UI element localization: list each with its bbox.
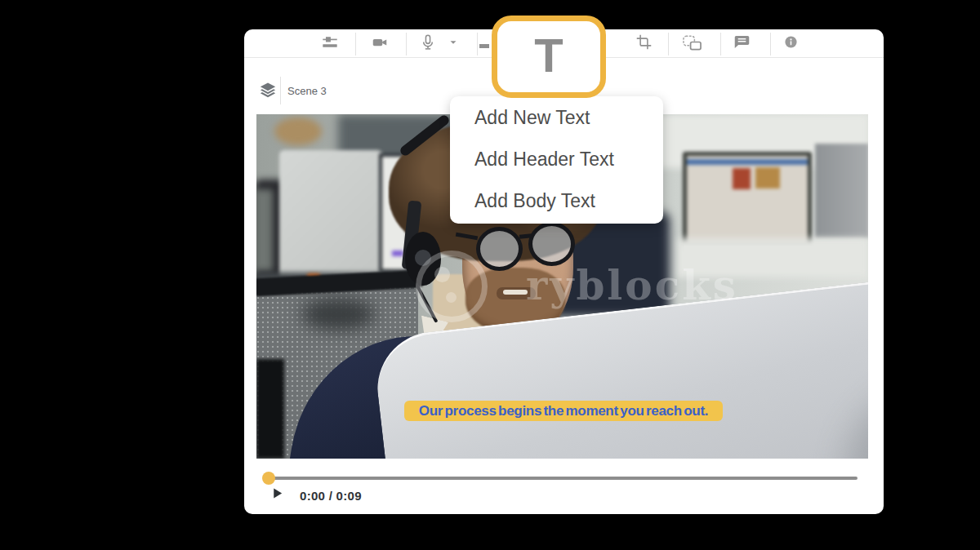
occluded-text-icon-fragment [479, 44, 489, 48]
scene-right-monitor-bluebar [687, 159, 808, 165]
glasses-right-lens [528, 222, 575, 266]
crop-icon [635, 33, 653, 54]
transform-icon [682, 33, 702, 55]
progress-dot[interactable] [262, 472, 275, 485]
scene-silver-monitor-shadow [838, 373, 868, 459]
toolbar-divider [720, 33, 721, 55]
scene-imac-back [279, 150, 382, 281]
toolbar-divider [477, 33, 478, 55]
progress-bar[interactable] [269, 477, 858, 480]
comment-button[interactable] [724, 29, 760, 58]
glasses-left-lens [476, 227, 523, 271]
scene-chair-shading [301, 298, 375, 330]
watermark-logo-icon [416, 251, 488, 322]
toolbar-divider [406, 33, 407, 55]
caption-text: Our process begins the moment you reach … [419, 403, 708, 419]
editor-panel: T Scene 3 [244, 29, 884, 514]
toolbar: T [244, 29, 884, 58]
caption-text-element[interactable]: Our process begins the moment you reach … [404, 401, 723, 421]
toolbar-divider [668, 33, 669, 55]
scene-left-monitor-blob [256, 189, 273, 271]
layers-icon [259, 81, 277, 102]
desktop-background: { "window": { "background": "#000000", "… [0, 0, 980, 550]
watermark-text: ryblocks [526, 261, 738, 310]
toolbar-divider [355, 33, 356, 55]
scene-chair-side-frame [256, 359, 284, 459]
layers-button[interactable] [257, 81, 278, 102]
text-tool-dropdown-menu: Add New Text Add Header Text Add Body Te… [450, 96, 663, 224]
text-tool-icon: T [534, 32, 563, 79]
mixer-button[interactable] [312, 29, 348, 58]
info-icon [784, 35, 798, 52]
scene-divider [280, 77, 281, 104]
scene-right-monitor-thumbnail [755, 167, 780, 189]
menu-item-add-header-text[interactable]: Add Header Text [450, 139, 663, 180]
camera-icon [371, 33, 389, 55]
mic-icon [419, 33, 437, 55]
comment-icon [733, 33, 751, 54]
time-display: 0:00 / 0:09 [300, 489, 362, 503]
man-teeth [503, 290, 528, 295]
menu-item-add-body-text[interactable]: Add Body Text [450, 180, 663, 222]
transform-button[interactable] [674, 29, 710, 58]
mixer-icon [321, 33, 339, 55]
mic-dropdown-button[interactable] [441, 29, 466, 58]
chevron-down-icon [448, 37, 459, 51]
scene-label: Scene 3 [287, 85, 327, 97]
play-icon [270, 489, 284, 503]
scene-gray-monitor-back [815, 144, 868, 238]
camera-button[interactable] [362, 29, 398, 58]
text-tool-button-highlighted[interactable]: T [492, 16, 606, 98]
scene-background-person-hair [274, 118, 322, 145]
scene-purple-led [392, 251, 403, 256]
toolbar-divider [770, 33, 771, 55]
play-button[interactable] [270, 486, 287, 503]
scene-right-monitor-thumbnail [733, 168, 751, 189]
info-button[interactable] [773, 29, 808, 58]
menu-item-add-new-text[interactable]: Add New Text [450, 97, 663, 139]
scene-right-monitor [683, 152, 812, 248]
crop-button[interactable] [626, 29, 662, 58]
